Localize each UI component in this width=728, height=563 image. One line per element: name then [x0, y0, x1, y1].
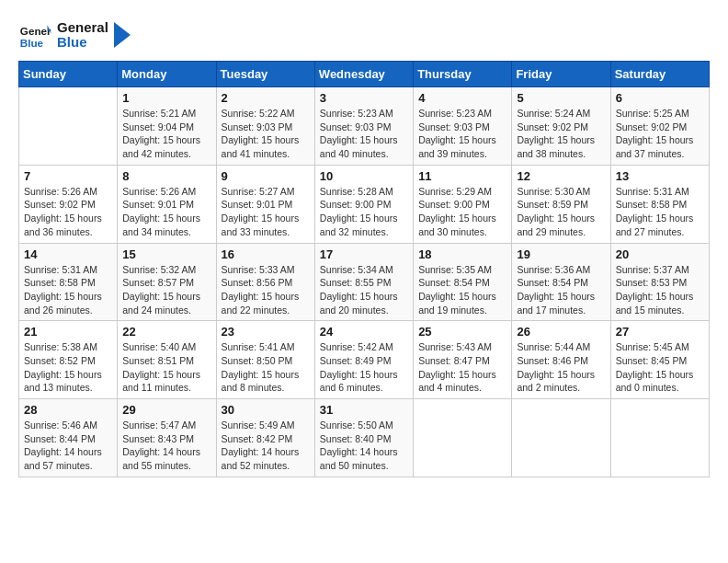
day-info: Sunrise: 5:49 AM Sunset: 8:42 PM Dayligh… [222, 419, 310, 473]
day-number: 18 [418, 247, 506, 261]
week-row-1: 1Sunrise: 5:21 AM Sunset: 9:04 PM Daylig… [19, 87, 710, 166]
day-cell: 15Sunrise: 5:32 AM Sunset: 8:57 PM Dayli… [118, 243, 216, 321]
day-cell: 5Sunrise: 5:24 AM Sunset: 9:02 PM Daylig… [512, 87, 610, 166]
day-info: Sunrise: 5:23 AM Sunset: 9:03 PM Dayligh… [320, 107, 408, 161]
day-cell: 4Sunrise: 5:23 AM Sunset: 9:03 PM Daylig… [414, 87, 512, 166]
day-cell: 24Sunrise: 5:42 AM Sunset: 8:49 PM Dayli… [314, 321, 413, 399]
day-info: Sunrise: 5:41 AM Sunset: 8:50 PM Dayligh… [222, 340, 310, 395]
day-cell: 10Sunrise: 5:28 AM Sunset: 9:00 PM Dayli… [314, 165, 413, 243]
day-cell: 26Sunrise: 5:44 AM Sunset: 8:46 PM Dayli… [512, 321, 610, 399]
day-cell: 28Sunrise: 5:46 AM Sunset: 8:44 PM Dayli… [19, 399, 118, 477]
day-info: Sunrise: 5:36 AM Sunset: 8:54 PM Dayligh… [517, 263, 605, 317]
day-info: Sunrise: 5:45 AM Sunset: 8:45 PM Dayligh… [616, 340, 704, 395]
day-cell: 23Sunrise: 5:41 AM Sunset: 8:50 PM Dayli… [216, 321, 314, 399]
day-info: Sunrise: 5:26 AM Sunset: 9:01 PM Dayligh… [122, 185, 210, 239]
day-number: 9 [222, 169, 310, 183]
day-number: 10 [320, 169, 408, 183]
day-cell: 3Sunrise: 5:23 AM Sunset: 9:03 PM Daylig… [314, 87, 413, 166]
day-number: 3 [320, 91, 408, 105]
day-info: Sunrise: 5:44 AM Sunset: 8:46 PM Dayligh… [517, 340, 605, 395]
day-number: 15 [122, 247, 210, 261]
column-header-thursday: Thursday [414, 62, 512, 87]
day-cell: 14Sunrise: 5:31 AM Sunset: 8:58 PM Dayli… [19, 243, 118, 321]
day-number: 6 [616, 91, 704, 105]
day-cell: 9Sunrise: 5:27 AM Sunset: 9:01 PM Daylig… [216, 165, 314, 243]
day-number: 16 [222, 247, 310, 261]
day-cell: 1Sunrise: 5:21 AM Sunset: 9:04 PM Daylig… [118, 87, 216, 166]
week-row-5: 28Sunrise: 5:46 AM Sunset: 8:44 PM Dayli… [19, 399, 710, 477]
day-cell: 7Sunrise: 5:26 AM Sunset: 9:02 PM Daylig… [19, 165, 118, 243]
column-header-wednesday: Wednesday [314, 62, 413, 87]
day-number: 4 [418, 91, 506, 105]
svg-marker-3 [114, 22, 131, 48]
day-info: Sunrise: 5:26 AM Sunset: 9:02 PM Dayligh… [24, 185, 112, 239]
day-cell [19, 87, 118, 166]
day-info: Sunrise: 5:40 AM Sunset: 8:51 PM Dayligh… [122, 340, 210, 395]
day-number: 5 [517, 91, 605, 105]
day-cell: 19Sunrise: 5:36 AM Sunset: 8:54 PM Dayli… [512, 243, 610, 321]
logo-icon: General Blue [18, 18, 51, 52]
day-info: Sunrise: 5:27 AM Sunset: 9:01 PM Dayligh… [222, 185, 310, 239]
day-cell: 29Sunrise: 5:47 AM Sunset: 8:43 PM Dayli… [118, 399, 216, 477]
day-number: 20 [616, 247, 704, 261]
day-info: Sunrise: 5:47 AM Sunset: 8:43 PM Dayligh… [122, 419, 210, 473]
logo-arrow-icon [114, 22, 131, 48]
day-number: 2 [222, 91, 310, 105]
day-number: 17 [320, 247, 408, 261]
day-cell: 13Sunrise: 5:31 AM Sunset: 8:58 PM Dayli… [610, 165, 709, 243]
column-header-tuesday: Tuesday [216, 62, 314, 87]
day-number: 27 [616, 325, 704, 339]
day-info: Sunrise: 5:34 AM Sunset: 8:55 PM Dayligh… [320, 263, 408, 317]
day-number: 8 [122, 169, 210, 183]
day-info: Sunrise: 5:38 AM Sunset: 8:52 PM Dayligh… [24, 340, 112, 395]
day-number: 13 [616, 169, 704, 183]
day-cell: 27Sunrise: 5:45 AM Sunset: 8:45 PM Dayli… [610, 321, 709, 399]
day-cell: 8Sunrise: 5:26 AM Sunset: 9:01 PM Daylig… [118, 165, 216, 243]
logo-general: General [57, 20, 108, 36]
day-number: 21 [24, 325, 112, 339]
day-number: 14 [24, 247, 112, 261]
day-info: Sunrise: 5:25 AM Sunset: 9:02 PM Dayligh… [616, 107, 704, 161]
day-number: 19 [517, 247, 605, 261]
day-info: Sunrise: 5:22 AM Sunset: 9:03 PM Dayligh… [222, 107, 310, 161]
day-info: Sunrise: 5:35 AM Sunset: 8:54 PM Dayligh… [418, 263, 506, 317]
day-info: Sunrise: 5:30 AM Sunset: 8:59 PM Dayligh… [517, 185, 605, 239]
day-number: 28 [24, 403, 112, 417]
day-number: 29 [122, 403, 210, 417]
day-info: Sunrise: 5:29 AM Sunset: 9:00 PM Dayligh… [418, 185, 506, 239]
day-number: 11 [418, 169, 506, 183]
day-info: Sunrise: 5:37 AM Sunset: 8:53 PM Dayligh… [616, 263, 704, 317]
day-number: 7 [24, 169, 112, 183]
day-cell: 12Sunrise: 5:30 AM Sunset: 8:59 PM Dayli… [512, 165, 610, 243]
day-cell: 2Sunrise: 5:22 AM Sunset: 9:03 PM Daylig… [216, 87, 314, 166]
column-header-monday: Monday [118, 62, 216, 87]
day-cell: 16Sunrise: 5:33 AM Sunset: 8:56 PM Dayli… [216, 243, 314, 321]
day-cell: 31Sunrise: 5:50 AM Sunset: 8:40 PM Dayli… [314, 399, 413, 477]
day-info: Sunrise: 5:23 AM Sunset: 9:03 PM Dayligh… [418, 107, 506, 161]
day-info: Sunrise: 5:32 AM Sunset: 8:57 PM Dayligh… [122, 263, 210, 317]
day-info: Sunrise: 5:28 AM Sunset: 9:00 PM Dayligh… [320, 185, 408, 239]
header-row: SundayMondayTuesdayWednesdayThursdayFrid… [19, 62, 710, 87]
column-header-sunday: Sunday [19, 62, 118, 87]
day-info: Sunrise: 5:24 AM Sunset: 9:02 PM Dayligh… [517, 107, 605, 161]
day-info: Sunrise: 5:31 AM Sunset: 8:58 PM Dayligh… [616, 185, 704, 239]
svg-text:General: General [20, 25, 51, 37]
day-info: Sunrise: 5:31 AM Sunset: 8:58 PM Dayligh… [24, 263, 112, 317]
day-cell: 18Sunrise: 5:35 AM Sunset: 8:54 PM Dayli… [414, 243, 512, 321]
day-info: Sunrise: 5:43 AM Sunset: 8:47 PM Dayligh… [418, 340, 506, 395]
week-row-2: 7Sunrise: 5:26 AM Sunset: 9:02 PM Daylig… [19, 165, 710, 243]
day-info: Sunrise: 5:42 AM Sunset: 8:49 PM Dayligh… [320, 340, 408, 395]
day-info: Sunrise: 5:50 AM Sunset: 8:40 PM Dayligh… [320, 419, 408, 473]
day-cell [610, 399, 709, 477]
day-number: 1 [122, 91, 210, 105]
calendar-table: SundayMondayTuesdayWednesdayThursdayFrid… [18, 61, 710, 477]
week-row-3: 14Sunrise: 5:31 AM Sunset: 8:58 PM Dayli… [19, 243, 710, 321]
day-number: 12 [517, 169, 605, 183]
day-info: Sunrise: 5:46 AM Sunset: 8:44 PM Dayligh… [24, 419, 112, 473]
column-header-saturday: Saturday [610, 62, 709, 87]
calendar-header: General Blue General Blue [18, 18, 710, 52]
logo: General Blue General Blue [18, 18, 131, 52]
svg-text:Blue: Blue [20, 37, 44, 49]
day-number: 31 [320, 403, 408, 417]
day-cell: 30Sunrise: 5:49 AM Sunset: 8:42 PM Dayli… [216, 399, 314, 477]
